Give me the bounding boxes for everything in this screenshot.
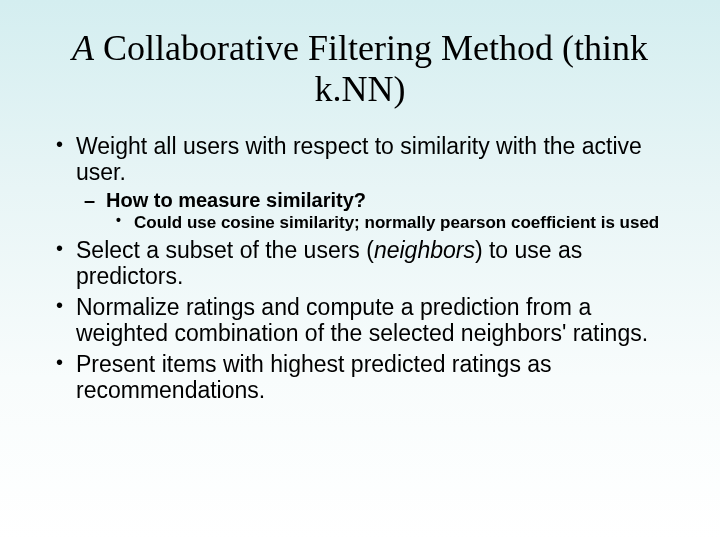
bullet-2-pre: Select a subset of the users (: [76, 237, 374, 263]
bullet-2: Select a subset of the users (neighbors)…: [50, 237, 670, 290]
bullet-2-em: neighbors: [374, 237, 475, 263]
bullet-1-text: Weight all users with respect to similar…: [76, 133, 642, 185]
bullet-1-sub-sub: Could use cosine similarity; normally pe…: [106, 212, 670, 233]
title-prefix: A: [72, 28, 94, 68]
slide: A Collaborative Filtering Method (think …: [0, 0, 720, 540]
bullet-1-sub: How to measure similarity? Could use cos…: [76, 188, 670, 233]
bullet-1-sublist: How to measure similarity? Could use cos…: [76, 188, 670, 233]
bullet-3: Normalize ratings and compute a predicti…: [50, 294, 670, 347]
bullet-1: Weight all users with respect to similar…: [50, 133, 670, 233]
bullet-3-text: Normalize ratings and compute a predicti…: [76, 294, 648, 346]
title-rest: Collaborative Filtering Method (think k.…: [94, 28, 648, 109]
bullet-4: Present items with highest predicted rat…: [50, 351, 670, 404]
slide-title: A Collaborative Filtering Method (think …: [50, 28, 670, 111]
bullet-1-sub-sublist: Could use cosine similarity; normally pe…: [106, 212, 670, 233]
bullet-4-text: Present items with highest predicted rat…: [76, 351, 552, 403]
bullet-1-sub-sub-text: Could use cosine similarity; normally pe…: [134, 213, 659, 232]
bullet-list: Weight all users with respect to similar…: [50, 133, 670, 404]
bullet-1-sub-text: How to measure similarity?: [106, 189, 366, 211]
